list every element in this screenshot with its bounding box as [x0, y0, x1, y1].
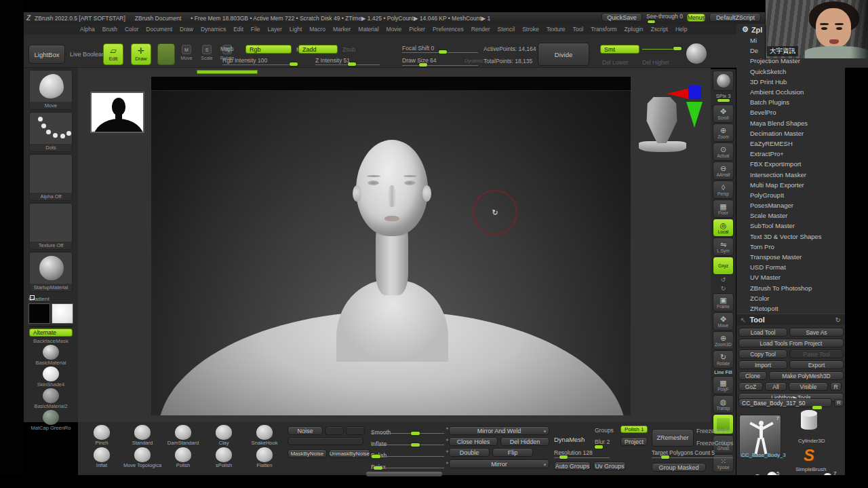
- tool-button[interactable]: Import: [738, 360, 787, 369]
- zplugin-item[interactable]: FBX ExportImport: [736, 159, 845, 169]
- tool-button[interactable]: Load Tool: [738, 328, 787, 337]
- deform-slider[interactable]: Smooth ∗: [371, 425, 449, 436]
- zplugin-item[interactable]: EaZyREMESH: [736, 138, 845, 149]
- del-higher-button[interactable]: Del Higher: [642, 59, 669, 66]
- menu-item[interactable]: Stroke: [522, 26, 539, 33]
- scale-tool-button[interactable]: S Scale: [199, 45, 215, 60]
- uv-groups-button[interactable]: Uv Groups: [593, 462, 626, 470]
- preview-sphere-icon[interactable]: [686, 43, 707, 64]
- camera-gizmo-head[interactable]: [643, 97, 681, 143]
- quicksave-button[interactable]: QuickSave: [601, 13, 642, 22]
- draw-size-handle[interactable]: [419, 63, 427, 67]
- zplugin-item[interactable]: Decimation Master: [736, 128, 845, 138]
- menu-item[interactable]: Brush: [102, 26, 117, 33]
- menu-item[interactable]: Layer: [268, 26, 282, 33]
- move-tool-button[interactable]: M Move: [178, 45, 195, 60]
- zplugin-item[interactable]: 3D Print Hub: [736, 77, 845, 87]
- rgb-intensity-handle[interactable]: [290, 62, 298, 66]
- zplugin-item[interactable]: Transpose Master: [736, 252, 845, 262]
- color-picker-selector[interactable]: [30, 295, 35, 300]
- texture-thumb[interactable]: Texture Off: [29, 203, 73, 250]
- menu-item[interactable]: Alpha: [80, 26, 95, 33]
- rgb-intensity-slider[interactable]: Rgb Intensity 100: [222, 57, 267, 64]
- menu-item[interactable]: Picker: [409, 26, 425, 33]
- document-viewport[interactable]: ↻: [151, 77, 631, 415]
- rotate-nav-button[interactable]: ↻ Rotate: [713, 350, 734, 369]
- menu-item[interactable]: Stencil: [498, 26, 515, 33]
- tool-section-header[interactable]: ↖ Tool ↻: [736, 314, 845, 325]
- tool-button[interactable]: Load Tools From Project: [738, 339, 844, 348]
- brush-item[interactable]: Standard: [122, 425, 163, 446]
- tool-button[interactable]: Copy Tool: [738, 350, 787, 358]
- zplugin-item[interactable]: ZBrush To Photoshop: [736, 283, 845, 293]
- focal-shift-slider[interactable]: Focal Shift 0: [402, 45, 434, 52]
- menu-item[interactable]: Help: [675, 26, 687, 33]
- slider-track[interactable]: [371, 445, 444, 445]
- slider-track[interactable]: [371, 456, 444, 457]
- divide-button[interactable]: Divide: [538, 43, 589, 66]
- smt-button[interactable]: Smt: [600, 45, 639, 54]
- zplugin-item[interactable]: UV Master: [736, 272, 845, 282]
- actual-button[interactable]: ⊙ Actual: [713, 143, 734, 161]
- redo-icon[interactable]: ↻: [718, 284, 729, 293]
- focal-shift-handle[interactable]: [439, 50, 447, 54]
- mask-by-noise-button[interactable]: MaskByNoise: [288, 449, 327, 458]
- slider-handle[interactable]: [374, 466, 382, 470]
- menu-item[interactable]: Tool: [573, 26, 584, 33]
- resolution-handle[interactable]: [559, 455, 568, 459]
- tool-thumb-cylinder[interactable]: [801, 413, 824, 436]
- zplugin-item[interactable]: Ambient Occlusion: [736, 87, 845, 97]
- tool-button[interactable]: Save As: [789, 328, 844, 337]
- tool-thumb-simplebrush[interactable]: S: [804, 446, 824, 466]
- tool-button[interactable]: R: [830, 382, 842, 391]
- z-intensity-slider[interactable]: Z Intensity 51: [315, 57, 350, 64]
- material-item[interactable]: BasicMaterial: [35, 345, 66, 366]
- switch-color-button[interactable]: SwitchColor: [29, 326, 73, 327]
- tool-button[interactable]: Paste Tool: [789, 350, 844, 358]
- refresh-icon[interactable]: ↻: [835, 316, 841, 324]
- freeze-groups-button[interactable]: FreezeGroups: [696, 440, 733, 447]
- mirror-and-weld-button[interactable]: Mirror And Weld: [449, 426, 549, 435]
- persp-button[interactable]: ◊ Persp: [713, 181, 734, 199]
- zplugin-item[interactable]: ExtractPro+: [736, 149, 845, 159]
- zremesher-button[interactable]: ZRemesher: [652, 429, 694, 447]
- noise-button[interactable]: Noise: [288, 426, 323, 435]
- axis-z-handle[interactable]: [688, 86, 701, 99]
- menu-item[interactable]: Macro: [309, 26, 326, 33]
- edit-button[interactable]: ▱ Edit: [103, 43, 123, 65]
- brush-item[interactable]: sPolish: [203, 447, 244, 468]
- close-holes-button[interactable]: Close Holes: [449, 437, 498, 446]
- canvas-area[interactable]: ↻: [78, 68, 711, 475]
- slider-handle[interactable]: [411, 432, 420, 435]
- gizmo-mode-button[interactable]: [157, 43, 175, 65]
- menu-item[interactable]: Render: [471, 26, 490, 33]
- lsym-button[interactable]: ⇋ L.Sym: [713, 238, 734, 256]
- tool-button[interactable]: Clone: [738, 371, 767, 380]
- zplugin-item[interactable]: PolyGroupIt: [736, 190, 845, 200]
- tool-button[interactable]: Export: [789, 360, 844, 369]
- menu-item[interactable]: Draw: [180, 26, 193, 33]
- axis-x-arrow[interactable]: [667, 88, 690, 99]
- brush-item[interactable]: DamStandard: [163, 425, 203, 446]
- brush-item[interactable]: Move Topologica: [122, 447, 163, 468]
- brush-item[interactable]: SnakeHook: [244, 425, 285, 446]
- see-through-slider[interactable]: See-through 0: [646, 13, 683, 22]
- menu-item[interactable]: Texture: [547, 26, 566, 33]
- menu-item[interactable]: Movie: [387, 26, 402, 33]
- local-button[interactable]: ◎ Local: [713, 219, 734, 237]
- slider-handle[interactable]: [372, 455, 380, 458]
- axis-y-arrow[interactable]: [686, 102, 703, 128]
- zplugin-item[interactable]: QuickSketch: [736, 67, 845, 77]
- current-stroke-thumb[interactable]: Dots: [29, 112, 73, 152]
- default-zscript-button[interactable]: DefaultZScript: [709, 13, 761, 22]
- zplugin-item[interactable]: Multi Map Exporter: [736, 180, 845, 190]
- current-brush-thumb[interactable]: Move: [29, 70, 73, 110]
- zplugin-item[interactable]: PosesManager: [736, 200, 845, 210]
- move-nav-button[interactable]: ✥ Move: [713, 312, 734, 331]
- zplugin-header[interactable]: ⚙ Zpl: [742, 25, 762, 34]
- secondary-color-swatch[interactable]: [52, 303, 73, 324]
- tool-button[interactable]: All: [765, 382, 787, 391]
- rgb-button[interactable]: Rgb: [245, 45, 292, 54]
- menu-item[interactable]: Material: [358, 26, 378, 33]
- brush-item[interactable]: Clay: [203, 425, 244, 446]
